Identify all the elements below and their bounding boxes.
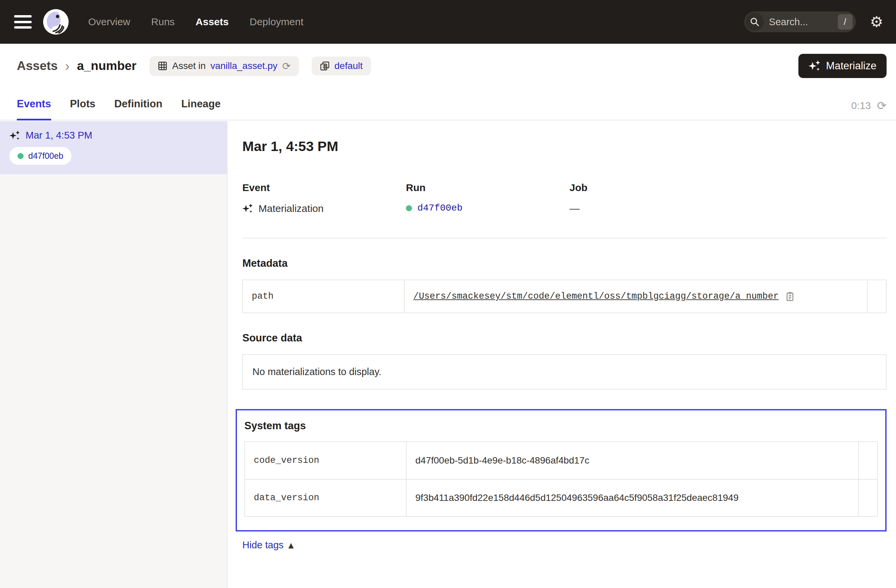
materialization-sparkles-icon (9, 130, 20, 141)
event-list-item[interactable]: Mar 1, 4:53 PM d47f00eb (0, 121, 227, 174)
run-id-pill[interactable]: d47f00eb (9, 147, 72, 165)
system-tags-table: code_version d47f00eb-5d1b-4e9e-b18c-489… (244, 441, 878, 517)
event-detail-title: Mar 1, 4:53 PM (242, 138, 887, 154)
page-title: a_number (77, 59, 137, 73)
nav-item-deployment[interactable]: Deployment (250, 16, 303, 27)
metadata-heading: Metadata (242, 257, 887, 269)
job-column-label: Job (570, 182, 887, 193)
nav-item-overview[interactable]: Overview (88, 16, 130, 27)
event-column-label: Event (242, 182, 406, 193)
event-summary: Event Materialization Run d47f00eb J (242, 182, 887, 214)
table-row: code_version d47f00eb-5d1b-4e9e-b18c-489… (245, 442, 877, 479)
asset-grid-icon (157, 61, 168, 71)
tab-plots[interactable]: Plots (70, 98, 96, 120)
reload-code-location-icon[interactable]: ⟳ (282, 60, 291, 72)
breadcrumb-assets-link[interactable]: Assets (17, 59, 58, 73)
breadcrumb-chevron-icon: › (65, 59, 69, 73)
asset-group-badge: default (312, 56, 371, 75)
source-data-empty-message: No materializations to display. (242, 354, 887, 389)
menu-icon[interactable] (14, 15, 32, 29)
nav-item-assets[interactable]: Assets (195, 16, 229, 27)
materialize-button-label: Materialize (826, 60, 876, 72)
source-data-heading: Source data (242, 332, 887, 344)
search-input[interactable] (764, 17, 838, 27)
run-id-link[interactable]: d47f00eb (418, 203, 462, 213)
event-list-sidebar: Mar 1, 4:53 PM d47f00eb (0, 121, 227, 588)
tab-events[interactable]: Events (17, 98, 51, 120)
job-value: — (570, 203, 580, 214)
materialization-sparkles-icon (242, 203, 253, 214)
metadata-row-action-cell (867, 280, 886, 313)
tag-key: data_version (245, 480, 406, 516)
nav-item-runs[interactable]: Runs (151, 16, 175, 27)
asset-badge-prefix: Asset in (172, 61, 206, 71)
system-tags-heading: System tags (244, 420, 878, 432)
metadata-path-link[interactable]: /Users/smackesey/stm/code/elementl/oss/t… (413, 291, 779, 301)
table-row: path /Users/smackesey/stm/code/elementl/… (243, 280, 886, 313)
dagster-logo[interactable] (43, 9, 69, 35)
settings-gear-icon[interactable]: ⚙ (870, 14, 883, 29)
search-box[interactable]: / (744, 11, 856, 32)
asset-file-link[interactable]: vanilla_asset.py (210, 61, 277, 71)
metadata-key: path (243, 280, 404, 313)
tab-bar: Events Plots Definition Lineage 0:13 ⟳ (17, 98, 887, 120)
tag-key: code_version (245, 442, 406, 479)
section-divider (242, 238, 887, 239)
sparkles-icon (809, 60, 821, 72)
materialize-button[interactable]: Materialize (798, 54, 887, 78)
table-row: data_version 9f3b411a390fd22e158d446d5d1… (245, 479, 877, 516)
asset-definition-badge: Asset in vanilla_asset.py ⟳ (149, 56, 299, 76)
job-column: Job — (570, 182, 887, 214)
top-bar: Overview Runs Assets Deployment / ⚙ (0, 0, 896, 44)
tab-lineage[interactable]: Lineage (181, 98, 221, 120)
run-status-dot (17, 153, 24, 159)
run-status-dot (406, 205, 412, 211)
run-column-label: Run (406, 182, 570, 193)
refresh-countdown-icon[interactable]: ⟳ (877, 99, 887, 112)
asset-group-link[interactable]: default (335, 61, 363, 71)
event-type-value: Materialization (259, 203, 323, 214)
system-tags-section: System tags code_version d47f00eb-5d1b-4… (236, 409, 887, 532)
caret-up-icon: ▲ (288, 541, 294, 549)
search-icon (745, 13, 764, 31)
hide-tags-button[interactable]: Hide tags ▲ (242, 539, 294, 551)
tag-row-action-cell (858, 480, 877, 516)
metadata-table: path /Users/smackesey/stm/code/elementl/… (242, 280, 887, 313)
breadcrumb: Assets › a_number (17, 59, 137, 73)
page-header: Assets › a_number Asset in vanilla_asset… (0, 44, 896, 120)
event-detail-pane: Mar 1, 4:53 PM Event Materialization Run… (228, 121, 896, 588)
refresh-countdown: 0:13 (851, 100, 871, 111)
copy-icon[interactable] (785, 291, 795, 301)
tag-row-action-cell (858, 442, 877, 479)
primary-nav: Overview Runs Assets Deployment (88, 16, 303, 27)
asset-group-icon (320, 61, 330, 71)
tag-value: d47f00eb-5d1b-4e9e-b18c-4896af4bd17c (406, 442, 858, 479)
tab-definition[interactable]: Definition (114, 98, 162, 120)
search-shortcut-badge: / (838, 14, 853, 30)
run-column: Run d47f00eb (406, 182, 570, 214)
tag-value: 9f3b411a390fd22e158d446d5d12504963596aa6… (406, 480, 858, 516)
event-timestamp-link[interactable]: Mar 1, 4:53 PM (26, 130, 92, 141)
run-pill-label: d47f00eb (28, 151, 63, 161)
hide-tags-label: Hide tags (242, 539, 284, 551)
event-column: Event Materialization (242, 182, 406, 214)
